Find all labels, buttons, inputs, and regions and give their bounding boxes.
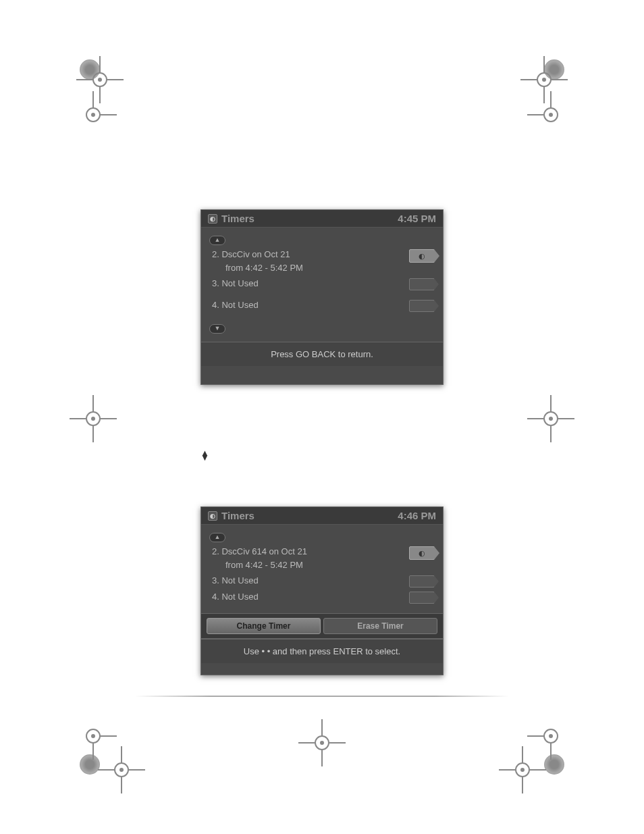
timer-label: Not Used	[221, 278, 258, 288]
timer-time-range: from 4:42 - 5:42 PM	[212, 560, 303, 570]
timer-item[interactable]: 4. Not Used	[209, 590, 435, 604]
timer-index: 4.	[212, 592, 219, 602]
up-down-arrows-icon: ▲▼	[200, 450, 209, 461]
empty-indicator	[409, 592, 435, 604]
panel-footer: Use • • and then press ENTER to select.	[201, 639, 443, 663]
record-indicator-icon: ◐	[409, 249, 435, 263]
clock-time: 4:45 PM	[398, 213, 436, 224]
timer-icon: ◐	[208, 511, 217, 521]
svg-point-33	[91, 734, 95, 738]
svg-point-21	[91, 417, 95, 421]
panel-body: ▲ 2. DscCiv 614 on Oct 21 from 4:42 - 5:…	[201, 525, 443, 613]
svg-point-1	[98, 78, 102, 82]
timer-time-range: from 4:42 - 5:42 PM	[212, 263, 303, 273]
svg-point-47	[520, 768, 525, 772]
panel-body: ▲ 2. DscCiv on Oct 21 from 4:42 - 5:42 P…	[201, 228, 443, 342]
panel-header: ◐ Timers 4:45 PM	[201, 210, 443, 228]
footer-hint: Use • • and then press ENTER to select.	[244, 646, 400, 656]
panel-title: Timers	[221, 510, 254, 521]
timer-index: 2.	[212, 546, 219, 556]
timer-item[interactable]: 2. DscCiv on Oct 21 from 4:42 - 5:42 PM …	[209, 248, 435, 274]
timers-panel-1: ◐ Timers 4:45 PM ▲ 2. DscCiv on Oct 21 f…	[200, 209, 444, 385]
timer-label: DscCiv 614 on Oct 21	[221, 546, 306, 556]
timer-item[interactable]: 3. Not Used	[209, 574, 435, 588]
erase-timer-button[interactable]: Erase Timer	[323, 618, 437, 634]
svg-point-43	[549, 734, 553, 738]
svg-point-17	[549, 113, 553, 117]
panel-title: Timers	[221, 213, 254, 224]
timer-index: 2.	[212, 249, 219, 259]
crosshair-icon	[495, 743, 549, 797]
timer-item[interactable]: 4. Not Used	[209, 298, 435, 312]
instruction-text: ▲▼	[200, 449, 444, 461]
timer-index: 4.	[212, 300, 219, 310]
svg-point-53	[320, 741, 324, 745]
timer-index: 3.	[212, 278, 219, 288]
empty-indicator	[409, 300, 435, 312]
clock-time: 4:46 PM	[398, 510, 436, 521]
svg-point-11	[542, 78, 546, 82]
panel-footer: Press GO BACK to return.	[201, 342, 443, 366]
divider-line	[135, 696, 509, 697]
timers-panel-2: ◐ Timers 4:46 PM ▲ 2. DscCiv 614 on Oct …	[200, 506, 444, 675]
svg-point-7	[91, 113, 95, 117]
crosshair-icon	[524, 88, 578, 142]
timer-item[interactable]: 3. Not Used	[209, 277, 435, 290]
crosshair-icon	[66, 392, 120, 446]
scroll-down-button[interactable]: ▼	[209, 324, 225, 334]
svg-point-37	[119, 768, 124, 772]
crosshair-icon	[524, 392, 578, 446]
scroll-up-button[interactable]: ▲	[209, 236, 225, 245]
crosshair-icon	[66, 88, 120, 142]
crosshair-icon	[95, 743, 149, 797]
timer-label: DscCiv on Oct 21	[221, 249, 290, 259]
timer-index: 3.	[212, 575, 219, 585]
button-row: Change Timer Erase Timer	[201, 613, 443, 639]
svg-point-27	[549, 417, 553, 421]
empty-indicator	[409, 575, 435, 588]
record-indicator-icon: ◐	[409, 546, 435, 560]
scroll-up-button[interactable]: ▲	[209, 533, 225, 542]
crosshair-icon	[295, 716, 349, 770]
timer-item[interactable]: 2. DscCiv 614 on Oct 21 from 4:42 - 5:42…	[209, 545, 435, 571]
timer-label: Not Used	[221, 575, 258, 585]
change-timer-button[interactable]: Change Timer	[207, 618, 321, 634]
footer-hint: Press GO BACK to return.	[271, 349, 373, 359]
timer-icon: ◐	[208, 214, 217, 224]
panel-header: ◐ Timers 4:46 PM	[201, 507, 443, 525]
empty-indicator	[409, 278, 435, 290]
timer-label: Not Used	[221, 300, 258, 310]
timer-label: Not Used	[221, 592, 258, 602]
